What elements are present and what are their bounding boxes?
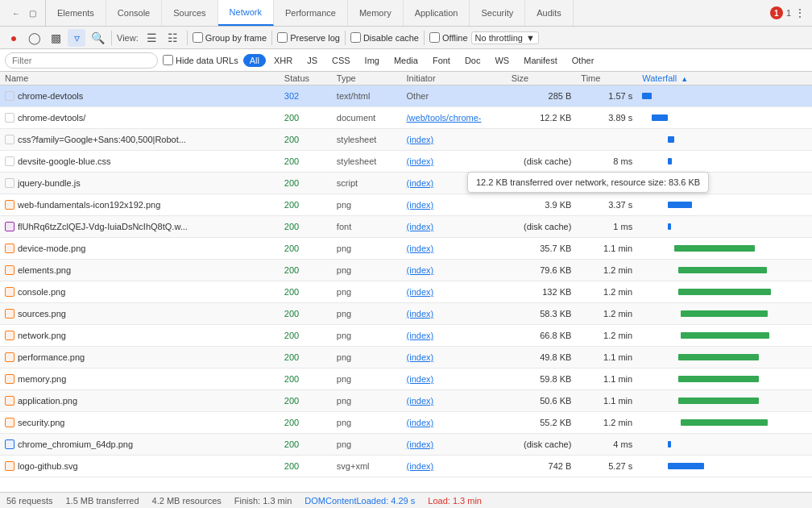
- throttle-chevron-icon: ▼: [526, 33, 535, 43]
- type-btn-js[interactable]: JS: [300, 54, 324, 67]
- row-type-icon: [5, 418, 14, 427]
- table-row[interactable]: flUhRq6tzZclQEJ-Vdg-IuiaDsNcIhQ8tQ.w... …: [0, 216, 812, 238]
- initiator-value[interactable]: (index): [407, 287, 434, 297]
- table-row[interactable]: memory.png 200 png (index) 59.8 KB 1.1 m…: [0, 369, 812, 390]
- table-row[interactable]: network.png 200 png (index) 66.8 KB 1.2 …: [0, 325, 812, 347]
- type-btn-all[interactable]: All: [243, 54, 266, 67]
- row-name: web-fundamentals-icon192x192.png: [18, 200, 160, 210]
- col-type[interactable]: Type: [332, 72, 402, 85]
- table-row[interactable]: elements.png 200 png (index) 79.6 KB 1.2…: [0, 260, 812, 281]
- cell-name: sources.png: [0, 303, 280, 325]
- clear-btn[interactable]: ◯: [26, 29, 44, 47]
- type-btn-other[interactable]: Other: [566, 54, 601, 67]
- initiator-value[interactable]: (index): [407, 156, 434, 166]
- offline-checkbox[interactable]: [429, 32, 440, 43]
- tab-audits[interactable]: Audits: [525, 0, 574, 26]
- view-grid-btn[interactable]: ☷: [164, 29, 182, 47]
- type-btn-ws[interactable]: WS: [488, 54, 516, 67]
- type-btn-xhr[interactable]: XHR: [267, 54, 299, 67]
- type-btn-media[interactable]: Media: [387, 54, 425, 67]
- filter-btn[interactable]: ▿: [68, 29, 85, 47]
- type-btn-manifest[interactable]: Manifest: [517, 54, 564, 67]
- table-row[interactable]: logo-github.svg 200 svg+xml (index) 742 …: [0, 456, 812, 477]
- filter-bar: Hide data URLs All XHR JS CSS Img Media …: [0, 49, 812, 72]
- table-row[interactable]: chrome-devtools/ 200 document /web/tools…: [0, 107, 812, 129]
- table-row[interactable]: sources.png 200 png (index) 58.3 KB 1.2 …: [0, 303, 812, 325]
- table-row[interactable]: console.png 200 png (index) 132 KB 1.2 m…: [0, 281, 812, 303]
- table-row[interactable]: chrome-devtools 302 text/html Other 285 …: [0, 85, 812, 107]
- cell-name: console.png: [0, 281, 280, 303]
- initiator-value[interactable]: (index): [407, 135, 434, 144]
- tab-performance[interactable]: Performance: [274, 0, 348, 26]
- initiator-value[interactable]: (index): [407, 309, 434, 319]
- search-btn[interactable]: 🔍: [89, 29, 106, 47]
- waterfall-bar: [681, 419, 768, 426]
- initiator-value[interactable]: (index): [407, 178, 434, 188]
- tab-sources[interactable]: Sources: [162, 0, 218, 26]
- cell-size: 12.2 KB: [507, 107, 577, 129]
- initiator-value[interactable]: (index): [407, 374, 434, 384]
- initiator-value[interactable]: (index): [407, 222, 434, 231]
- tab-console[interactable]: Console: [106, 0, 162, 26]
- back-icon[interactable]: ←: [10, 6, 23, 19]
- initiator-value[interactable]: (index): [407, 200, 434, 210]
- type-btn-font[interactable]: Font: [426, 54, 457, 67]
- hide-data-urls-label[interactable]: Hide data URLs: [163, 55, 238, 65]
- col-waterfall[interactable]: Waterfall ▲: [637, 72, 812, 85]
- group-by-frame-label[interactable]: Group by frame: [193, 32, 267, 43]
- tab-elements[interactable]: Elements: [46, 0, 106, 26]
- preserve-log-checkbox[interactable]: [277, 32, 288, 43]
- record-btn[interactable]: ●: [5, 29, 23, 47]
- initiator-value[interactable]: (index): [407, 418, 434, 427]
- row-type-icon: [5, 222, 14, 231]
- table-row[interactable]: css?family=Google+Sans:400,500|Robot... …: [0, 129, 812, 151]
- network-table-container[interactable]: Name Status Type Initiator Size Time Wat…: [0, 72, 812, 508]
- table-row[interactable]: device-mode.png 200 png (index) 35.7 KB …: [0, 238, 812, 260]
- initiator-value[interactable]: (index): [407, 461, 434, 471]
- offline-label[interactable]: Offline: [429, 32, 468, 43]
- disable-cache-label[interactable]: Disable cache: [350, 32, 419, 43]
- type-btn-css[interactable]: CSS: [325, 54, 357, 67]
- col-size[interactable]: Size: [507, 72, 577, 85]
- size-tooltip: 12.2 KB transferred over network, resour…: [467, 172, 709, 193]
- col-name[interactable]: Name: [0, 72, 280, 85]
- dock-icon[interactable]: ▢: [26, 6, 39, 19]
- cell-initiator: (index): [402, 281, 507, 303]
- col-time[interactable]: Time: [576, 72, 637, 85]
- table-row[interactable]: security.png 200 png (index) 55.2 KB 1.2…: [0, 412, 812, 434]
- tab-application[interactable]: Application: [404, 0, 470, 26]
- initiator-value[interactable]: (index): [407, 352, 434, 362]
- disable-cache-checkbox[interactable]: [350, 32, 361, 43]
- tab-security[interactable]: Security: [470, 0, 525, 26]
- cell-name: security.png: [0, 412, 280, 434]
- camera-btn[interactable]: ▩: [47, 29, 64, 47]
- table-row[interactable]: performance.png 200 png (index) 49.8 KB …: [0, 347, 812, 369]
- initiator-value[interactable]: /web/tools/chrome-: [407, 113, 482, 123]
- initiator-value[interactable]: (index): [407, 265, 434, 275]
- table-row[interactable]: web-fundamentals-icon192x192.png 200 png…: [0, 194, 812, 216]
- col-initiator[interactable]: Initiator: [402, 72, 507, 85]
- table-row[interactable]: chrome_chromium_64dp.png 200 png (index)…: [0, 434, 812, 456]
- table-row[interactable]: devsite-google-blue.css 200 stylesheet (…: [0, 151, 812, 173]
- throttle-select[interactable]: No throttling ▼: [471, 31, 539, 44]
- group-by-frame-checkbox[interactable]: [193, 32, 203, 43]
- initiator-value[interactable]: (index): [407, 396, 434, 406]
- cell-size: 285 B: [507, 85, 577, 107]
- filter-input[interactable]: [5, 52, 158, 69]
- more-icon[interactable]: ⋮: [794, 6, 806, 19]
- table-row[interactable]: application.png 200 png (index) 50.6 KB …: [0, 390, 812, 412]
- devtools-icons: ← ▢: [3, 0, 46, 26]
- initiator-value[interactable]: (index): [407, 244, 434, 253]
- tab-network[interactable]: Network: [218, 0, 274, 26]
- initiator-value[interactable]: (index): [407, 331, 434, 340]
- initiator-value[interactable]: (index): [407, 439, 434, 449]
- cell-status: 200: [280, 281, 332, 303]
- col-status[interactable]: Status: [280, 72, 332, 85]
- type-btn-doc[interactable]: Doc: [458, 54, 487, 67]
- type-btn-img[interactable]: Img: [358, 54, 386, 67]
- hide-data-urls-checkbox[interactable]: [163, 55, 173, 65]
- view-list-btn[interactable]: ☰: [143, 29, 161, 47]
- tab-memory[interactable]: Memory: [348, 0, 404, 26]
- preserve-log-label[interactable]: Preserve log: [277, 32, 340, 43]
- cell-initiator: (index): [402, 412, 507, 434]
